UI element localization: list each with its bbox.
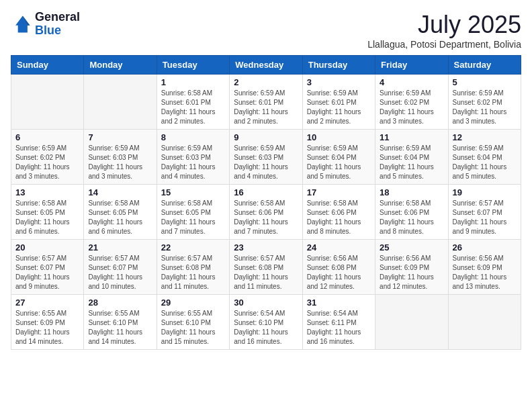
calendar-cell: 6Sunrise: 6:59 AM Sunset: 6:02 PM Daylig… bbox=[11, 130, 84, 185]
weekday-header-saturday: Saturday bbox=[448, 56, 521, 75]
day-info: Sunrise: 6:57 AM Sunset: 6:08 PM Dayligh… bbox=[234, 254, 298, 291]
logo-general-text: General bbox=[35, 10, 80, 24]
day-info: Sunrise: 6:57 AM Sunset: 6:07 PM Dayligh… bbox=[88, 254, 152, 291]
calendar-cell: 3Sunrise: 6:59 AM Sunset: 6:01 PM Daylig… bbox=[302, 75, 375, 130]
weekday-header-tuesday: Tuesday bbox=[157, 56, 229, 75]
day-number: 17 bbox=[307, 187, 371, 197]
day-info: Sunrise: 6:59 AM Sunset: 6:04 PM Dayligh… bbox=[307, 144, 371, 181]
calendar-cell: 10Sunrise: 6:59 AM Sunset: 6:04 PM Dayli… bbox=[302, 130, 375, 185]
location-subtitle: Llallagua, Potosi Department, Bolivia bbox=[367, 39, 521, 50]
calendar-cell: 16Sunrise: 6:58 AM Sunset: 6:06 PM Dayli… bbox=[230, 185, 302, 240]
week-row-5: 27Sunrise: 6:55 AM Sunset: 6:09 PM Dayli… bbox=[11, 295, 521, 350]
day-info: Sunrise: 6:59 AM Sunset: 6:04 PM Dayligh… bbox=[453, 144, 517, 181]
calendar-cell: 4Sunrise: 6:59 AM Sunset: 6:02 PM Daylig… bbox=[375, 75, 448, 130]
calendar-cell: 21Sunrise: 6:57 AM Sunset: 6:07 PM Dayli… bbox=[84, 240, 157, 295]
calendar-cell: 23Sunrise: 6:57 AM Sunset: 6:08 PM Dayli… bbox=[230, 240, 302, 295]
day-info: Sunrise: 6:56 AM Sunset: 6:08 PM Dayligh… bbox=[307, 254, 371, 291]
day-info: Sunrise: 6:55 AM Sunset: 6:09 PM Dayligh… bbox=[15, 309, 79, 347]
weekday-header-monday: Monday bbox=[84, 56, 157, 75]
day-info: Sunrise: 6:59 AM Sunset: 6:02 PM Dayligh… bbox=[453, 89, 517, 126]
calendar-cell: 28Sunrise: 6:55 AM Sunset: 6:10 PM Dayli… bbox=[84, 295, 157, 350]
calendar-cell: 25Sunrise: 6:56 AM Sunset: 6:09 PM Dayli… bbox=[375, 240, 448, 295]
day-info: Sunrise: 6:58 AM Sunset: 6:06 PM Dayligh… bbox=[307, 199, 371, 236]
calendar-cell: 8Sunrise: 6:59 AM Sunset: 6:03 PM Daylig… bbox=[157, 130, 229, 185]
week-row-1: 1Sunrise: 6:58 AM Sunset: 6:01 PM Daylig… bbox=[11, 75, 521, 130]
week-row-4: 20Sunrise: 6:57 AM Sunset: 6:07 PM Dayli… bbox=[11, 240, 521, 295]
day-number: 10 bbox=[307, 132, 371, 142]
day-number: 2 bbox=[234, 77, 298, 87]
calendar-cell: 1Sunrise: 6:58 AM Sunset: 6:01 PM Daylig… bbox=[157, 75, 229, 130]
calendar-cell bbox=[448, 295, 521, 350]
week-row-3: 13Sunrise: 6:58 AM Sunset: 6:05 PM Dayli… bbox=[11, 185, 521, 240]
day-info: Sunrise: 6:57 AM Sunset: 6:07 PM Dayligh… bbox=[15, 254, 79, 291]
calendar-cell bbox=[11, 75, 84, 130]
day-number: 7 bbox=[88, 132, 152, 142]
calendar-cell: 31Sunrise: 6:54 AM Sunset: 6:11 PM Dayli… bbox=[302, 295, 375, 350]
day-number: 21 bbox=[88, 242, 152, 253]
calendar-table: SundayMondayTuesdayWednesdayThursdayFrid… bbox=[11, 55, 521, 350]
day-number: 26 bbox=[453, 242, 517, 253]
calendar-cell: 29Sunrise: 6:55 AM Sunset: 6:10 PM Dayli… bbox=[157, 295, 229, 350]
day-number: 4 bbox=[380, 77, 443, 87]
day-info: Sunrise: 6:55 AM Sunset: 6:10 PM Dayligh… bbox=[161, 309, 225, 347]
calendar-cell: 22Sunrise: 6:57 AM Sunset: 6:08 PM Dayli… bbox=[157, 240, 229, 295]
logo: General Blue bbox=[11, 11, 80, 38]
month-title: July 2025 bbox=[367, 11, 521, 39]
weekday-header-wednesday: Wednesday bbox=[230, 56, 302, 75]
calendar-cell: 30Sunrise: 6:54 AM Sunset: 6:10 PM Dayli… bbox=[230, 295, 302, 350]
day-number: 12 bbox=[453, 132, 517, 142]
day-number: 14 bbox=[88, 187, 152, 197]
day-info: Sunrise: 6:59 AM Sunset: 6:01 PM Dayligh… bbox=[307, 89, 371, 126]
weekday-header-friday: Friday bbox=[375, 56, 448, 75]
day-number: 13 bbox=[15, 187, 79, 197]
day-info: Sunrise: 6:59 AM Sunset: 6:02 PM Dayligh… bbox=[380, 89, 443, 126]
day-info: Sunrise: 6:58 AM Sunset: 6:05 PM Dayligh… bbox=[161, 199, 225, 236]
day-number: 22 bbox=[161, 242, 225, 253]
day-info: Sunrise: 6:58 AM Sunset: 6:05 PM Dayligh… bbox=[88, 199, 152, 236]
day-info: Sunrise: 6:58 AM Sunset: 6:06 PM Dayligh… bbox=[234, 199, 298, 236]
logo-icon bbox=[11, 13, 32, 35]
week-row-2: 6Sunrise: 6:59 AM Sunset: 6:02 PM Daylig… bbox=[11, 130, 521, 185]
day-info: Sunrise: 6:58 AM Sunset: 6:06 PM Dayligh… bbox=[380, 199, 443, 236]
weekday-header-thursday: Thursday bbox=[302, 56, 375, 75]
day-number: 1 bbox=[161, 77, 225, 87]
title-block: July 2025 Llallagua, Potosi Department, … bbox=[367, 11, 521, 50]
day-info: Sunrise: 6:56 AM Sunset: 6:09 PM Dayligh… bbox=[380, 254, 443, 291]
day-number: 8 bbox=[161, 132, 225, 142]
day-info: Sunrise: 6:55 AM Sunset: 6:10 PM Dayligh… bbox=[88, 309, 152, 347]
day-info: Sunrise: 6:57 AM Sunset: 6:07 PM Dayligh… bbox=[453, 199, 517, 236]
calendar-cell: 20Sunrise: 6:57 AM Sunset: 6:07 PM Dayli… bbox=[11, 240, 84, 295]
day-info: Sunrise: 6:59 AM Sunset: 6:03 PM Dayligh… bbox=[88, 144, 152, 181]
day-number: 5 bbox=[453, 77, 517, 87]
calendar-cell: 27Sunrise: 6:55 AM Sunset: 6:09 PM Dayli… bbox=[11, 295, 84, 350]
day-info: Sunrise: 6:58 AM Sunset: 6:05 PM Dayligh… bbox=[15, 199, 79, 236]
calendar-cell: 14Sunrise: 6:58 AM Sunset: 6:05 PM Dayli… bbox=[84, 185, 157, 240]
weekday-header-sunday: Sunday bbox=[11, 56, 84, 75]
day-number: 23 bbox=[234, 242, 298, 253]
calendar-cell: 15Sunrise: 6:58 AM Sunset: 6:05 PM Dayli… bbox=[157, 185, 229, 240]
calendar-cell: 2Sunrise: 6:59 AM Sunset: 6:01 PM Daylig… bbox=[230, 75, 302, 130]
day-info: Sunrise: 6:57 AM Sunset: 6:08 PM Dayligh… bbox=[161, 254, 225, 291]
day-number: 19 bbox=[453, 187, 517, 197]
day-info: Sunrise: 6:54 AM Sunset: 6:11 PM Dayligh… bbox=[307, 309, 371, 347]
day-info: Sunrise: 6:59 AM Sunset: 6:01 PM Dayligh… bbox=[234, 89, 298, 126]
day-number: 15 bbox=[161, 187, 225, 197]
day-number: 28 bbox=[88, 298, 152, 308]
calendar-cell: 24Sunrise: 6:56 AM Sunset: 6:08 PM Dayli… bbox=[302, 240, 375, 295]
day-info: Sunrise: 6:58 AM Sunset: 6:01 PM Dayligh… bbox=[161, 89, 225, 126]
logo-blue-text: Blue bbox=[35, 24, 61, 37]
calendar-cell bbox=[375, 295, 448, 350]
calendar-cell: 19Sunrise: 6:57 AM Sunset: 6:07 PM Dayli… bbox=[448, 185, 521, 240]
calendar-cell: 18Sunrise: 6:58 AM Sunset: 6:06 PM Dayli… bbox=[375, 185, 448, 240]
day-number: 9 bbox=[234, 132, 298, 142]
day-number: 20 bbox=[15, 242, 79, 253]
day-info: Sunrise: 6:59 AM Sunset: 6:03 PM Dayligh… bbox=[161, 144, 225, 181]
day-number: 16 bbox=[234, 187, 298, 197]
calendar-cell: 12Sunrise: 6:59 AM Sunset: 6:04 PM Dayli… bbox=[448, 130, 521, 185]
day-number: 24 bbox=[307, 242, 371, 253]
day-number: 27 bbox=[15, 298, 79, 308]
day-number: 31 bbox=[307, 298, 371, 308]
calendar-cell: 5Sunrise: 6:59 AM Sunset: 6:02 PM Daylig… bbox=[448, 75, 521, 130]
calendar-cell: 9Sunrise: 6:59 AM Sunset: 6:03 PM Daylig… bbox=[230, 130, 302, 185]
day-info: Sunrise: 6:59 AM Sunset: 6:04 PM Dayligh… bbox=[380, 144, 443, 181]
